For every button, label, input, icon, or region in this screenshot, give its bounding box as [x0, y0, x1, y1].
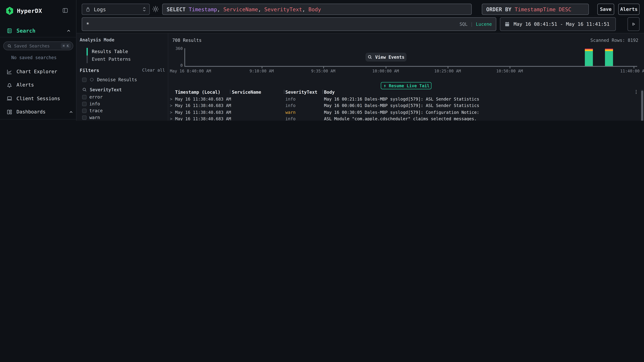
- results-count: 708 Results: [172, 38, 202, 43]
- filters-label: Filters: [80, 67, 99, 73]
- saved-searches-input[interactable]: Saved Searches ⌘ K: [3, 41, 73, 50]
- denoise-filter-row[interactable]: Denoise Results: [82, 77, 165, 82]
- view-events-label: View Events: [375, 54, 404, 60]
- scrollbar-thumb[interactable]: [641, 90, 643, 121]
- y-axis-line: [184, 48, 185, 66]
- x-axis-tick-label: 10:25:00 AM: [434, 69, 461, 73]
- col-timestamp[interactable]: Timestamp (Local): [175, 90, 220, 95]
- hyperdx-logo-icon: [6, 6, 14, 15]
- col-body[interactable]: Body: [324, 90, 335, 95]
- lucene-mode-option[interactable]: Lucene: [476, 21, 492, 27]
- histogram-bar[interactable]: [605, 48, 613, 66]
- sidebar-item-chart-explorer[interactable]: Chart Explorer: [6, 67, 73, 76]
- source-select[interactable]: Logs: [82, 3, 150, 15]
- search-query-input[interactable]: * SQL | Lucene: [82, 17, 496, 31]
- resume-live-tail-button[interactable]: Resume Live Tail: [381, 82, 432, 89]
- y-axis-max-label: 360: [171, 46, 183, 51]
- table-menu-icon[interactable]: ⋮: [634, 89, 638, 94]
- bar-info-segment: [585, 51, 593, 66]
- severity-checkbox[interactable]: [82, 102, 86, 106]
- severity-option-row[interactable]: warn: [82, 115, 165, 120]
- row-timestamp: May 16 11:38:40.683 AM: [175, 103, 231, 108]
- denoise-checkbox[interactable]: [82, 77, 86, 82]
- severity-option-row[interactable]: trace: [82, 108, 165, 113]
- sql-mode-option[interactable]: SQL: [460, 21, 468, 27]
- alerts-button[interactable]: Alerts: [618, 3, 640, 15]
- sidebar-item-search[interactable]: Search: [6, 26, 71, 35]
- save-button[interactable]: Save: [597, 3, 614, 15]
- histogram-bar[interactable]: [585, 48, 593, 66]
- row-expand-chevron-icon[interactable]: >: [170, 96, 172, 101]
- order-by-input[interactable]: ORDER BY TimestampTime DESC: [482, 3, 589, 15]
- analysis-mode-option[interactable]: Event Patterns: [92, 56, 131, 62]
- row-severity: info: [285, 103, 296, 108]
- table-row[interactable]: > May 16 11:38:40.683 AM info May 16 00:…: [168, 96, 641, 102]
- select-clause-input[interactable]: SELECT Timestamp, ServiceName, SeverityT…: [162, 3, 472, 15]
- sidebar-search-label: Search: [16, 28, 36, 34]
- chevron-up-icon[interactable]: [66, 28, 71, 33]
- gear-icon[interactable]: [152, 5, 160, 13]
- bar-warn-segment: [585, 49, 593, 51]
- orderby-value: TimestampTime DESC: [515, 6, 572, 12]
- denoise-icon: [89, 77, 94, 82]
- x-axis-tick-label: 9:35:00 AM: [311, 69, 336, 73]
- row-severity: warn: [285, 110, 296, 114]
- search-icon[interactable]: [82, 87, 87, 92]
- sidebar-item-alerts[interactable]: Alerts: [6, 80, 73, 90]
- denoise-label: Denoise Results: [97, 77, 137, 82]
- x-axis-tick-label: 11:40:00 AM: [620, 69, 644, 73]
- lightning-bolt-icon: [383, 83, 387, 88]
- row-body: May 16 00:06:01 Dales-MBP syslogd[579]: …: [324, 103, 641, 108]
- select-field: ServiceName: [224, 6, 258, 12]
- table-row[interactable]: > May 16 11:38:40.683 AM info May 16 00:…: [168, 102, 641, 109]
- scanned-rows: Scanned Rows: 8192: [590, 38, 638, 43]
- sidebar-collapse-icon[interactable]: [62, 7, 68, 14]
- clear-all-link[interactable]: Clear all: [142, 67, 165, 73]
- select-field: SeverityText: [264, 6, 302, 12]
- x-axis-tick-mark: [634, 66, 634, 68]
- row-expand-chevron-icon[interactable]: >: [170, 116, 172, 121]
- select-updown-icon: [142, 6, 146, 12]
- row-expand-chevron-icon[interactable]: >: [170, 103, 172, 108]
- severity-option-label: error: [89, 94, 103, 100]
- row-severity: info: [285, 96, 296, 101]
- logs-source-icon: [85, 7, 90, 12]
- search-icon: [7, 44, 12, 48]
- row-timestamp: May 16 11:38:40.683 AM: [175, 96, 231, 101]
- severity-checkbox[interactable]: [82, 108, 86, 113]
- x-axis-tick-mark: [262, 66, 262, 68]
- severity-option-label: trace: [89, 108, 103, 113]
- nav-label: Client Sessions: [16, 96, 60, 101]
- time-range-picker[interactable]: May 16 08:41:51 - May 16 11:41:51: [500, 17, 616, 31]
- nav-label: Chart Explorer: [16, 69, 57, 74]
- nav-label: Dashboards: [16, 109, 46, 115]
- sidebar-item-dashboards[interactable]: Dashboards: [6, 107, 73, 117]
- select-keyword: SELECT: [167, 6, 186, 12]
- severity-option-label: warn: [89, 115, 100, 120]
- select-field: Body: [308, 6, 321, 12]
- row-expand-chevron-icon[interactable]: >: [170, 110, 172, 114]
- search-journal-icon: [6, 28, 12, 34]
- analysis-mode-option[interactable]: Results Table: [92, 48, 128, 55]
- topbar: Logs SELECT Timestamp, ServiceName, Seve…: [76, 0, 644, 33]
- col-severitytext[interactable]: SeverityText: [285, 90, 317, 95]
- col-servicename[interactable]: ServiceName: [232, 90, 261, 95]
- brand-row[interactable]: HyperDX: [6, 6, 71, 16]
- severity-checkbox[interactable]: [82, 95, 86, 99]
- time-range-value: May 16 08:41:51 - May 16 11:41:51: [514, 21, 610, 27]
- divider: [0, 37, 76, 37]
- severity-option-row[interactable]: info: [82, 101, 165, 107]
- table-row[interactable]: > May 16 11:38:40.683 AM warn May 16 00:…: [168, 109, 641, 115]
- run-query-button[interactable]: [628, 17, 640, 31]
- table-row[interactable]: > May 16 11:38:40.683 AM info ASL Module…: [168, 116, 641, 121]
- severity-checkbox[interactable]: [82, 115, 86, 120]
- results-area: 708 Results Scanned Rows: 8192 360 0 May…: [168, 33, 644, 121]
- x-axis-tick-label: 10:50:00 AM: [496, 69, 523, 73]
- severity-option-row[interactable]: error: [82, 94, 165, 100]
- sidebar-item-client-sessions[interactable]: Client Sessions: [6, 94, 73, 103]
- col-resize-handle-icon[interactable]: ⋮: [228, 89, 232, 94]
- no-saved-searches-text: No saved searches: [11, 55, 56, 60]
- table-header: Timestamp (Local) ⋮ ServiceName ⋮ Severi…: [168, 89, 644, 96]
- chevron-up-icon[interactable]: [69, 110, 73, 114]
- view-events-button[interactable]: View Events: [366, 53, 406, 61]
